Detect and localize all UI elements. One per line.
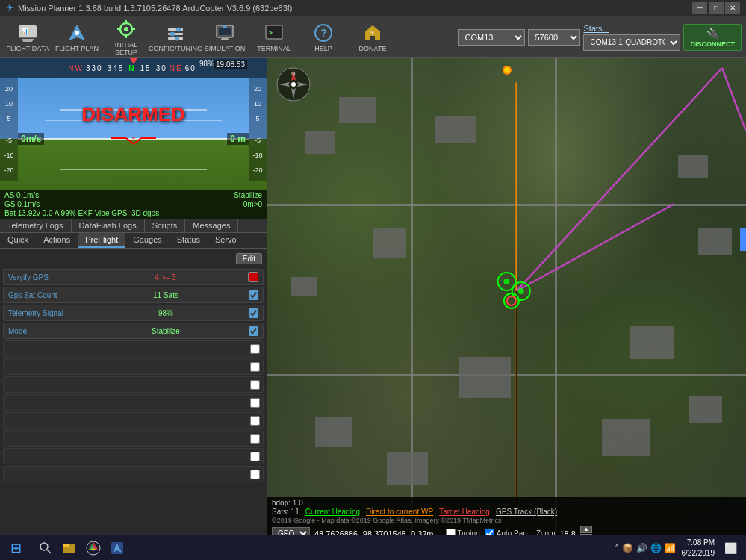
help-label: HELP: [314, 45, 332, 52]
map-area[interactable]: N hdop: 1.0 Sats: 11 Current Heading Dir…: [267, 58, 746, 544]
tray-package[interactable]: 📦: [622, 543, 633, 553]
blue-handle[interactable]: [740, 228, 746, 251]
preflight-empty-3: [3, 376, 264, 393]
empty-check-5[interactable]: [250, 416, 260, 426]
config-tuning-label: CONFIG/TUNING: [149, 45, 202, 52]
gps-track-legend[interactable]: GPS Track (Black): [496, 508, 557, 516]
speed-indicator: 0m/s: [18, 133, 44, 145]
current-heading-legend[interactable]: Current Heading: [305, 508, 360, 516]
svg-rect-17: [219, 28, 231, 35]
tab-telemetry-logs[interactable]: Telemetry Logs: [0, 219, 72, 232]
empty-check-3[interactable]: [250, 380, 260, 390]
titlebar: ✈ Mission Planner 1.3.68 build 1.3.7105.…: [0, 0, 746, 16]
tab-gauges[interactable]: Gauges: [125, 233, 170, 248]
donate-icon: $: [362, 22, 383, 43]
tray-up-arrow[interactable]: ^: [615, 544, 619, 552]
tab-actions[interactable]: Actions: [36, 233, 78, 248]
toolbar-flight-data[interactable]: 📊 FLIGHT DATA: [3, 18, 52, 57]
minimize-button[interactable]: ─: [692, 2, 707, 14]
terminal-icon: >_: [264, 22, 285, 43]
tab-messages[interactable]: Messages: [185, 219, 238, 232]
tab-preflight[interactable]: PreFlight: [78, 233, 125, 248]
sats-text: Sats: 11: [272, 508, 299, 516]
close-button[interactable]: ✕: [725, 2, 740, 14]
empty-check-1[interactable]: [250, 344, 260, 354]
profile-select[interactable]: COM13-1-QUADROTOR: [583, 34, 680, 51]
taskbar-file-explorer[interactable]: [58, 537, 81, 559]
taskbar-system: ^ 📦 🔊 🌐 📶 7:08 PM 6/22/2019 ⬜: [615, 535, 746, 561]
tray-network[interactable]: 🌐: [650, 543, 662, 553]
empty-check-2[interactable]: [250, 362, 260, 372]
preflight-empty-5: [3, 412, 264, 429]
hud-gs: GS 0.1m/s: [4, 200, 40, 208]
terminal-label: TERMINAL: [257, 45, 291, 52]
gps-verify-checkbox[interactable]: [248, 272, 258, 282]
disconnect-button[interactable]: 🔌 DISCONNECT: [683, 24, 742, 51]
pitch-scale-right: 20105-5-10-20: [249, 78, 267, 181]
gps-sat-checkbox[interactable]: [249, 290, 258, 300]
taskbar-search[interactable]: [34, 537, 57, 559]
svg-text:📊: 📊: [21, 28, 28, 35]
tab-scripts[interactable]: Scripts: [145, 219, 186, 232]
svg-point-41: [291, 82, 296, 87]
building-8: [698, 228, 732, 255]
edit-button[interactable]: Edit: [236, 253, 262, 264]
toolbar-terminal[interactable]: >_ TERMINAL: [249, 18, 299, 57]
tab-servo[interactable]: Servo: [208, 233, 244, 248]
titlebar-controls: ─ □ ✕: [692, 2, 740, 14]
maximize-button[interactable]: □: [709, 2, 724, 14]
baud-select[interactable]: 57600: [528, 29, 580, 46]
building-11: [602, 419, 650, 456]
disconnect-icon: 🔌: [690, 28, 735, 40]
hud-bottom: AS 0.1m/s Stabilize GS 0.1m/s 0m>0 Bat 1…: [0, 190, 267, 219]
building-10: [387, 452, 428, 485]
gps-sat-value: 11 Sats: [83, 291, 249, 299]
toolbar-flight-plan[interactable]: FLIGHT PLAN: [52, 18, 102, 57]
preflight-empty-7: [3, 448, 264, 464]
tray-wifi[interactable]: 📶: [665, 543, 676, 553]
map-copyright: ©2019 Google - Map data ©2019 Google Atl…: [272, 517, 742, 524]
empty-check-8[interactable]: [250, 470, 260, 479]
toolbar-simulation[interactable]: SIMULATION: [200, 18, 249, 57]
svg-point-5: [124, 27, 128, 31]
taskbar-chrome[interactable]: [82, 537, 105, 559]
tab-dataflash-logs[interactable]: DataFlash Logs: [72, 219, 145, 232]
flight-data-label: FLIGHT DATA: [6, 45, 49, 52]
pitch-scale-left: 20105-5-10-20: [0, 78, 18, 181]
legend-row: Sats: 11 Current Heading Direct to curre…: [272, 508, 742, 516]
map-legend: hdop: 1.0: [272, 499, 742, 507]
tray-volume[interactable]: 🔊: [636, 543, 647, 553]
preflight-panel: Edit Veryify GPS 4 >= 3 Gps Sat Count 11…: [0, 249, 267, 544]
stats-link[interactable]: Stats...: [583, 24, 680, 33]
mode-checkbox[interactable]: [249, 326, 258, 336]
toolbar-help[interactable]: ? HELP: [299, 18, 348, 57]
preflight-row-telemetry: Telemetry Signal 98%: [3, 305, 264, 321]
building-9: [315, 417, 352, 447]
target-heading-legend[interactable]: Target Heading: [439, 508, 490, 516]
tab-quick[interactable]: Quick: [0, 233, 36, 248]
empty-check-6[interactable]: [250, 434, 260, 444]
system-clock: 7:08 PM 6/22/2019: [679, 538, 718, 559]
zoom-in-button[interactable]: ▲: [580, 526, 592, 533]
svg-line-43: [47, 550, 51, 553]
empty-check-4[interactable]: [250, 398, 260, 408]
taskbar-missionplanner[interactable]: [106, 537, 128, 559]
tab-status[interactable]: Status: [170, 233, 208, 248]
toolbar-initial-setup[interactable]: INITIAL SETUP: [102, 18, 151, 57]
toolbar-config-tuning[interactable]: CONFIG/TUNING: [151, 18, 200, 57]
gps-sat-label: Gps Sat Count: [8, 291, 83, 299]
building-1: [305, 131, 335, 154]
direct-wp-legend[interactable]: Direct to current WP: [366, 508, 433, 516]
preflight-empty-6: [3, 430, 264, 447]
svg-point-3: [75, 31, 79, 35]
start-button[interactable]: ⊞: [0, 535, 31, 561]
notification-button[interactable]: ⬜: [721, 535, 740, 561]
telemetry-checkbox[interactable]: [249, 308, 258, 318]
hud-battery: Bat 13.92v 0.0 A 99% EKF Vibe GPS: 3D dg…: [4, 209, 262, 217]
toolbar-donate[interactable]: $ DONATE: [348, 18, 397, 57]
empty-check-7[interactable]: [250, 452, 260, 461]
port-select[interactable]: COM13: [458, 29, 525, 46]
svg-point-15: [175, 36, 179, 40]
svg-point-13: [176, 27, 181, 31]
telemetry-label: Telemetry Signal: [8, 309, 83, 317]
